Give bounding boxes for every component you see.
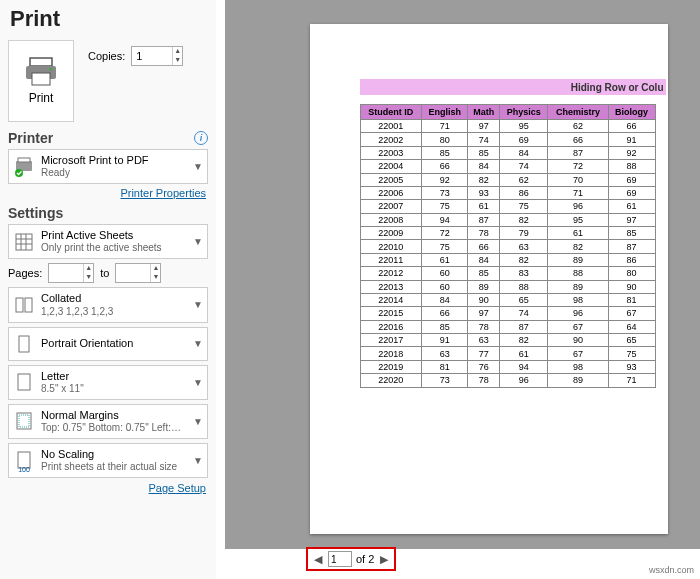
- print-button-label: Print: [29, 91, 54, 105]
- svg-rect-12: [16, 298, 23, 312]
- margins-icon: [13, 410, 35, 432]
- pages-from-input[interactable]: [49, 264, 83, 282]
- svg-rect-2: [32, 73, 50, 85]
- preview-title-bar: Hiding Row or Colu: [360, 79, 666, 95]
- printer-status: Ready: [41, 167, 187, 179]
- scaling-selector[interactable]: 100 No Scaling Print sheets at their act…: [8, 443, 208, 478]
- chevron-down-icon: ▼: [193, 236, 203, 247]
- chevron-down-icon: ▼: [193, 338, 203, 349]
- margins-main: Normal Margins: [41, 409, 187, 422]
- portrait-icon: [13, 333, 35, 355]
- chevron-down-icon: ▼: [193, 161, 203, 172]
- svg-rect-7: [16, 234, 32, 250]
- pages-from-stepper[interactable]: ▲▼: [48, 263, 94, 283]
- table-row: 220067393867169: [360, 186, 655, 199]
- table-header: Math: [468, 105, 500, 120]
- table-row: 220116184828986: [360, 253, 655, 266]
- table-row: 220017197956266: [360, 120, 655, 133]
- collate-sub: 1,2,3 1,2,3 1,2,3: [41, 306, 187, 318]
- preview-page: Hiding Row or Colu Student IDEnglishMath…: [310, 24, 668, 534]
- svg-rect-5: [18, 158, 30, 162]
- pages-to-input[interactable]: [116, 264, 150, 282]
- orientation-main: Portrait Orientation: [41, 337, 187, 350]
- chevron-down-icon: ▼: [193, 455, 203, 466]
- svg-rect-15: [18, 374, 30, 390]
- table-row: 220136089888990: [360, 280, 655, 293]
- table-row: 220148490659881: [360, 293, 655, 306]
- printer-status-icon: [13, 156, 35, 178]
- printer-icon: [24, 57, 58, 87]
- print-what-sub: Only print the active sheets: [41, 242, 187, 254]
- table-row: 220077561759661: [360, 200, 655, 213]
- table-row: 220168578876764: [360, 320, 655, 333]
- copies-stepper[interactable]: ▲▼: [131, 46, 183, 66]
- page-setup-link[interactable]: Page Setup: [149, 482, 207, 494]
- scaling-main: No Scaling: [41, 448, 187, 461]
- table-row: 220038585848792: [360, 146, 655, 159]
- margins-selector[interactable]: Normal Margins Top: 0.75" Bottom: 0.75" …: [8, 404, 208, 439]
- copies-up[interactable]: ▲: [173, 47, 182, 56]
- orientation-selector[interactable]: Portrait Orientation ▼: [8, 327, 208, 361]
- copies-label: Copies:: [88, 50, 125, 62]
- prev-page-button[interactable]: ◀: [312, 553, 324, 566]
- table-row: 220028074696691: [360, 133, 655, 146]
- chevron-down-icon: ▼: [193, 377, 203, 388]
- printer-selector[interactable]: Microsoft Print to PDF Ready ▼: [8, 149, 208, 184]
- pages-label: Pages:: [8, 267, 42, 279]
- table-row: 220046684747288: [360, 160, 655, 173]
- paper-sub: 8.5" x 11": [41, 383, 187, 395]
- svg-rect-13: [25, 298, 32, 312]
- table-header: English: [422, 105, 468, 120]
- settings-section-label: Settings: [8, 205, 63, 221]
- svg-rect-0: [30, 58, 52, 66]
- chevron-down-icon: ▼: [193, 416, 203, 427]
- printer-name: Microsoft Print to PDF: [41, 154, 187, 167]
- copies-input[interactable]: [132, 47, 172, 65]
- chevron-down-icon: ▼: [193, 299, 203, 310]
- preview-table: Student IDEnglishMathPhysicsChemistryBio…: [360, 104, 656, 388]
- table-row: 220059282627069: [360, 173, 655, 186]
- sheets-icon: [13, 231, 35, 253]
- collate-selector[interactable]: Collated 1,2,3 1,2,3 1,2,3 ▼: [8, 287, 208, 322]
- table-row: 220126085838880: [360, 267, 655, 280]
- page-navigation: ◀ of 2 ▶: [300, 545, 402, 573]
- printer-properties-link[interactable]: Printer Properties: [120, 187, 206, 199]
- watermark: wsxdn.com: [649, 565, 694, 575]
- print-button[interactable]: Print: [8, 40, 74, 122]
- scaling-sub: Print sheets at their actual size: [41, 461, 187, 473]
- current-page-input[interactable]: [328, 551, 352, 567]
- table-row: 220156697749667: [360, 307, 655, 320]
- print-what-selector[interactable]: Print Active Sheets Only print the activ…: [8, 224, 208, 259]
- pages-to-stepper[interactable]: ▲▼: [115, 263, 161, 283]
- table-row: 220186377616775: [360, 347, 655, 360]
- next-page-button[interactable]: ▶: [378, 553, 390, 566]
- table-header: Biology: [608, 105, 655, 120]
- scaling-icon: 100: [13, 450, 35, 472]
- copies-down[interactable]: ▼: [173, 56, 182, 65]
- svg-text:100: 100: [18, 466, 30, 472]
- printer-section-label: Printer: [8, 130, 53, 146]
- table-row: 220089487829597: [360, 213, 655, 226]
- paper-main: Letter: [41, 370, 187, 383]
- svg-point-3: [50, 68, 53, 71]
- info-icon[interactable]: i: [194, 131, 208, 145]
- print-preview: Hiding Row or Colu Student IDEnglishMath…: [277, 0, 700, 549]
- print-what-main: Print Active Sheets: [41, 229, 187, 242]
- table-row: 220198176949893: [360, 360, 655, 373]
- collate-main: Collated: [41, 292, 187, 305]
- svg-point-6: [15, 169, 23, 177]
- page-of-label: of 2: [356, 553, 374, 565]
- table-header: Student ID: [360, 105, 422, 120]
- margins-sub: Top: 0.75" Bottom: 0.75" Left:…: [41, 422, 187, 434]
- collate-icon: [13, 294, 35, 316]
- table-row: 220179163829065: [360, 334, 655, 347]
- svg-rect-14: [19, 336, 29, 352]
- table-row: 220207378968971: [360, 374, 655, 387]
- table-header: Physics: [500, 105, 548, 120]
- table-row: 220097278796185: [360, 227, 655, 240]
- paper-icon: [13, 371, 35, 393]
- pages-to-label: to: [100, 267, 109, 279]
- table-row: 220107566638287: [360, 240, 655, 253]
- page-title: Print: [10, 6, 208, 32]
- paper-selector[interactable]: Letter 8.5" x 11" ▼: [8, 365, 208, 400]
